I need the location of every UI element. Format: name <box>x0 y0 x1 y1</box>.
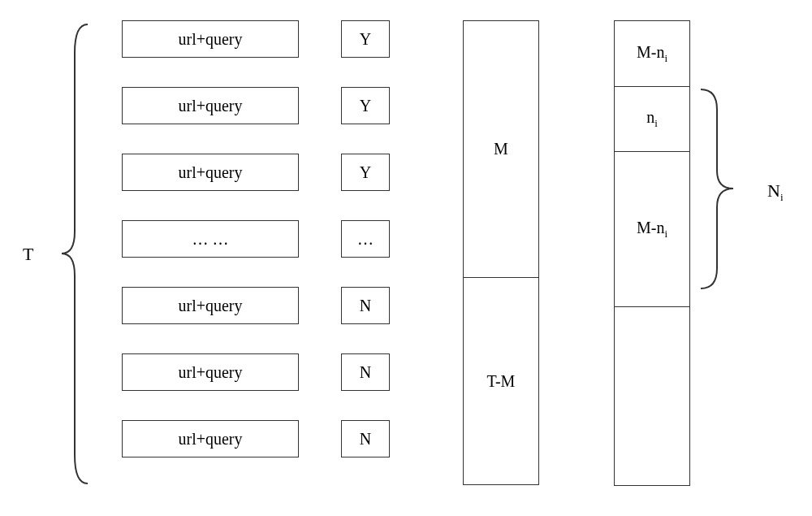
url-query-box: url+query <box>122 20 299 58</box>
url-query-box: url+query <box>122 87 299 124</box>
flag-box: N <box>341 353 390 391</box>
mn-text: M-ni <box>637 219 667 241</box>
ellipsis-box: … <box>341 220 390 258</box>
flag-box: Y <box>341 20 390 58</box>
column-1: url+query url+query url+query … … url+qu… <box>122 20 299 487</box>
t-label: T <box>23 244 33 265</box>
left-brace-icon <box>57 20 97 488</box>
m-box: M <box>463 20 539 278</box>
flag-box: Y <box>341 87 390 124</box>
column-3: M T-M <box>463 20 539 485</box>
flag-box: N <box>341 420 390 457</box>
url-query-box: url+query <box>122 154 299 191</box>
mn-box-2: M-ni <box>614 152 690 307</box>
tm-box: T-M <box>463 278 539 485</box>
flag-box: N <box>341 287 390 324</box>
url-query-box: url+query <box>122 353 299 391</box>
n-box: ni <box>614 87 690 152</box>
column-4: M-ni ni M-ni <box>614 20 690 486</box>
empty-box <box>614 307 690 486</box>
ellipsis-box: … … <box>122 220 299 258</box>
mn-text: M-ni <box>637 43 667 65</box>
ni-label: Ni <box>767 180 784 204</box>
right-brace-icon <box>694 85 743 293</box>
url-query-box: url+query <box>122 287 299 324</box>
n-text: ni <box>646 108 658 130</box>
mn-box-1: M-ni <box>614 20 690 87</box>
column-2: Y Y Y … N N N <box>341 20 390 487</box>
url-query-box: url+query <box>122 420 299 457</box>
flag-box: Y <box>341 154 390 191</box>
